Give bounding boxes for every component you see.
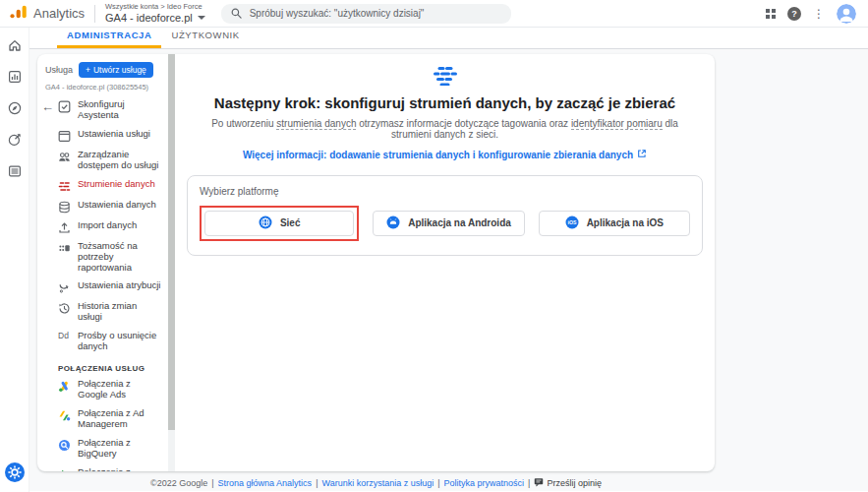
dd-icon: Dd	[58, 331, 71, 340]
analytics-admin-app: Analytics Wszystkie konta > Ideo Force G…	[0, 0, 868, 492]
menu-item-setup-assistant[interactable]: Skonfiguruj Asystenta	[58, 95, 163, 125]
menu-item-change-history[interactable]: Historia zmian usługi	[58, 297, 163, 327]
menu-item-data-import[interactable]: Import danych	[58, 216, 163, 237]
tooltip-term-measurement-id[interactable]: identyfikator pomiaru	[571, 118, 663, 130]
help-icon[interactable]: ?	[787, 7, 801, 21]
attribution-icon	[58, 280, 71, 293]
page: ADMINISTRACJA UŻYTKOWNIK Usługa + Utwórz…	[29, 28, 868, 492]
diagnostics-grid-icon[interactable]	[766, 9, 776, 19]
admin-card: Usługa + Utwórz usługę GA4 - ideoforce.p…	[37, 54, 715, 471]
copyright: ©2022 Google	[150, 478, 207, 488]
reports-icon[interactable]	[7, 69, 23, 85]
bigquery-icon	[58, 438, 71, 451]
kebab-menu-icon[interactable]: ⋮	[813, 8, 825, 20]
admin-menu: Skonfiguruj Asystenta Ustawienia usługi …	[58, 95, 163, 471]
annotation-red-box: Sieć	[200, 206, 359, 241]
main-content: Następny krok: skonfiguruj strumień dany…	[175, 54, 715, 471]
tab-administracja[interactable]: ADMINISTRACJA	[57, 26, 161, 48]
analytics-logo[interactable]: Analytics	[0, 5, 85, 23]
footer-link-terms[interactable]: Warunki korzystania z usługi	[321, 478, 434, 488]
menu-item-reporting-identity[interactable]: Tożsamość na potrzeby raportowania	[58, 237, 163, 277]
database-icon	[58, 200, 71, 213]
tooltip-term-data-stream[interactable]: strumienia danych	[276, 118, 356, 130]
admin-sidebar: Usługa + Utwórz usługę GA4 - ideoforce.p…	[37, 54, 175, 471]
account-switcher[interactable]: Wszystkie konta > Ideo Force GA4 - ideof…	[105, 3, 205, 23]
learn-more-link[interactable]: Więcej informacji: dodawanie strumienia …	[243, 149, 647, 160]
search-placeholder: Spróbuj wyszukać: "użytkownicy dzisiaj"	[250, 8, 425, 19]
platform-android-button[interactable]: Aplikacja na Androida	[373, 211, 524, 236]
brand-name: Analytics	[33, 6, 85, 21]
people-icon	[58, 150, 71, 162]
external-link-icon	[637, 149, 647, 160]
connections-section-label: POŁĄCZENIA USŁUG	[58, 364, 163, 373]
menu-item-google-ads-links[interactable]: Połączenia z Google Ads	[58, 375, 163, 404]
create-property-button[interactable]: + Utwórz usługę	[79, 62, 153, 78]
menu-item-data-deletion-requests[interactable]: Dd Prośby o usunięcie danych	[58, 327, 163, 356]
feedback-icon	[534, 477, 544, 489]
menu-item-property-settings[interactable]: Ustawienia usługi	[58, 125, 163, 146]
data-streams-icon	[58, 179, 71, 192]
search-input[interactable]: Spróbuj wyszukać: "użytkownicy dzisiaj"	[221, 4, 511, 24]
ad-manager-icon	[58, 408, 71, 421]
svg-text:iOS: iOS	[567, 219, 576, 225]
history-clock-icon	[58, 301, 71, 314]
property-name: GA4 - ideoforce.pl	[105, 12, 193, 24]
footer: ©2022 Google | Strona główna Analytics |…	[37, 477, 715, 489]
android-icon	[386, 215, 400, 231]
content-area: Usługa + Utwórz usługę GA4 - ideoforce.p…	[29, 49, 868, 491]
platform-ios-button[interactable]: iOS Aplikacja na iOS	[539, 211, 690, 236]
send-feedback-link[interactable]: Prześlij opinię	[534, 477, 602, 489]
ios-icon: iOS	[565, 215, 579, 231]
property-id-line: GA4 - ideoforce.pl (308625545)	[45, 83, 163, 92]
menu-item-data-settings[interactable]: Ustawienia danych	[58, 196, 163, 216]
sidebar-scrollbar-track[interactable]	[168, 54, 175, 471]
footer-link-privacy[interactable]: Polityka prywatności	[444, 478, 525, 488]
platform-web-button[interactable]: Sieć	[204, 211, 354, 236]
page-title: Następny krok: skonfiguruj strumień dany…	[175, 94, 715, 111]
property-kind-label: Usługa	[45, 65, 73, 75]
menu-item-data-streams[interactable]: Strumienie danych	[58, 175, 163, 196]
identity-icon	[58, 241, 71, 254]
topbar-actions: ? ⋮	[766, 4, 868, 24]
globe-icon	[259, 215, 272, 231]
tab-uzytkownik[interactable]: UŻYTKOWNIK	[161, 26, 249, 48]
collapse-back-arrow[interactable]: ←	[41, 99, 54, 114]
breadcrumb: Wszystkie konta > Ideo Force	[105, 3, 205, 11]
top-bar: Analytics Wszystkie konta > Ideo Force G…	[0, 0, 868, 28]
explore-icon[interactable]	[7, 100, 23, 116]
avatar[interactable]	[837, 4, 856, 24]
menu-item-access-management[interactable]: Zarządzanie dostępem do usługi	[58, 146, 163, 175]
google-ads-icon	[58, 379, 71, 392]
home-icon[interactable]	[7, 37, 23, 53]
menu-item-ad-manager-links[interactable]: Połączenia z Ad Managerem	[58, 404, 163, 434]
display-video-360-icon	[58, 467, 71, 471]
menu-item-attribution-settings[interactable]: Ustawienia atrybucji	[58, 277, 163, 297]
page-subtitle: Po utworzeniu strumienia danych otrzymas…	[175, 118, 715, 140]
choose-platform-panel: Wybierz platformę Sieć	[187, 175, 703, 256]
configure-library-icon[interactable]	[7, 163, 23, 179]
menu-item-dv360-links[interactable]: Połączenia z Display & Video 360	[58, 463, 163, 471]
footer-link-analytics-home[interactable]: Strona główna Analytics	[218, 478, 313, 488]
checkbox-check-icon	[58, 99, 71, 112]
left-nav-rail	[0, 28, 29, 492]
plus-icon: +	[86, 65, 90, 75]
window-icon	[58, 129, 71, 142]
tab-bar: ADMINISTRACJA UŻYTKOWNIK	[29, 28, 868, 49]
advertising-icon[interactable]	[7, 132, 23, 148]
analytics-logo-icon	[10, 5, 28, 23]
chevron-down-icon	[198, 16, 205, 20]
data-streams-hero-icon	[433, 66, 458, 90]
sidebar-scrollbar-thumb[interactable]	[168, 54, 175, 430]
divider	[94, 5, 95, 23]
choose-platform-label: Wybierz platformę	[200, 186, 690, 197]
admin-gear-icon[interactable]	[5, 462, 25, 482]
menu-item-bigquery-links[interactable]: Połączenia z BigQuery	[58, 434, 163, 463]
upload-icon	[58, 220, 71, 233]
search-icon	[231, 5, 242, 23]
